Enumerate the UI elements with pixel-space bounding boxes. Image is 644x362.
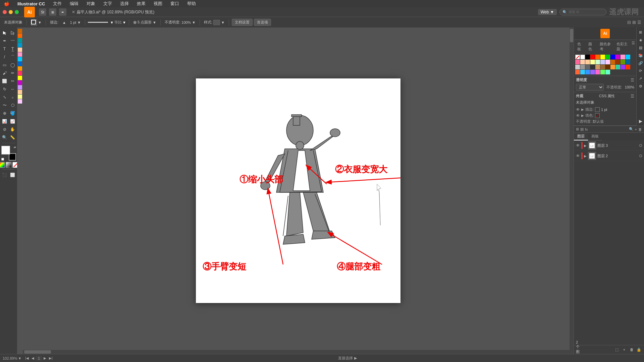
layer3-visibility-icon[interactable]: 👁: [576, 143, 580, 148]
tab-swatch[interactable]: 色板: [575, 41, 585, 52]
scissors-tool[interactable]: ✂: [9, 77, 16, 85]
color-mode[interactable]: [0, 162, 5, 168]
fill-visibility-icon[interactable]: 👁: [576, 113, 580, 118]
swatch-red[interactable]: [590, 55, 595, 59]
web-dropdown[interactable]: Web ▼: [538, 9, 557, 15]
menu-view[interactable]: 视图: [152, 0, 164, 7]
swatch-buff[interactable]: [585, 60, 590, 64]
data-graph-tool[interactable]: 📈: [9, 117, 16, 125]
vscroll-thumb[interactable]: [570, 29, 573, 42]
swatch-pale-yellow[interactable]: [590, 60, 595, 64]
panel-ctrl-del[interactable]: 🗑: [638, 127, 642, 131]
swatch-pink1[interactable]: [18, 52, 22, 57]
swatch-black[interactable]: [585, 55, 590, 59]
measure-tool[interactable]: 📏: [9, 133, 16, 141]
history-icon[interactable]: ⟳: [637, 67, 644, 74]
swatch-cornflower[interactable]: [585, 70, 590, 74]
expand-icon[interactable]: ▶: [637, 118, 644, 124]
hand-tool[interactable]: ✋: [9, 125, 16, 133]
swatch-light-gray[interactable]: [575, 65, 580, 69]
rect-tool[interactable]: ▭: [1, 61, 8, 69]
layer2-visibility-icon[interactable]: 👁: [576, 154, 580, 158]
tab-close-button[interactable]: ✕: [72, 10, 75, 14]
line-tool[interactable]: /: [1, 53, 8, 61]
properties-icon[interactable]: ⊞: [637, 29, 644, 36]
swatch-olive[interactable]: [621, 60, 625, 64]
swatch-saddle[interactable]: [600, 65, 605, 69]
fill-swatch-ap[interactable]: [595, 113, 600, 118]
panel-menu-icon[interactable]: ☰: [637, 20, 641, 25]
blend-mode-select[interactable]: 正常: [576, 84, 604, 90]
swatch-light-yellow[interactable]: [18, 95, 22, 99]
align-icon[interactable]: ⊟: [627, 20, 631, 25]
delete-layer-button[interactable]: 🗑: [629, 347, 635, 353]
paintbrush-tool[interactable]: 🖌: [1, 69, 8, 77]
none-mode[interactable]: [12, 162, 18, 168]
panel-ctrl-fx[interactable]: fx: [585, 127, 588, 131]
transform-icon[interactable]: ⊞: [632, 20, 636, 25]
free-transform-tool[interactable]: ⬡: [9, 101, 16, 109]
swatch-red-pink[interactable]: [18, 71, 22, 75]
last-page-button[interactable]: ▶|: [48, 356, 54, 360]
swatch-purple[interactable]: [615, 55, 620, 59]
layer-3-row[interactable]: 👁 ▶ L3 图层 3: [574, 140, 644, 151]
stroke-style-selector[interactable]: ▼ 等比 ▼: [88, 20, 126, 25]
swatch-peach[interactable]: [580, 60, 585, 64]
hscroll-thumb[interactable]: [24, 350, 51, 354]
swatch-tan[interactable]: [595, 65, 600, 69]
swatch-orange[interactable]: [595, 55, 600, 59]
swatch-yellow-orange[interactable]: [18, 66, 22, 71]
prev-page-button[interactable]: ◀: [31, 356, 35, 360]
tab-color[interactable]: 颜色: [586, 41, 596, 52]
search-box[interactable]: 🔍 搜索 Ai: [559, 9, 606, 15]
menu-help[interactable]: 帮助: [186, 0, 197, 7]
pencil-tool[interactable]: ✏: [9, 69, 16, 77]
tab-artboards[interactable]: 画板: [588, 133, 602, 140]
swatch-pale-pink[interactable]: [605, 60, 610, 64]
panel-ctrl-grid[interactable]: ⊞: [576, 127, 579, 131]
arc-tool[interactable]: ⌒: [9, 53, 16, 61]
zoom-tool[interactable]: 🔍: [1, 133, 8, 141]
menu-object[interactable]: 对象: [85, 0, 97, 7]
icon-layout[interactable]: ⊞: [49, 8, 56, 16]
panel-ctrl-add[interactable]: +: [635, 127, 637, 131]
next-page-button[interactable]: ▶: [43, 356, 47, 360]
normal-screen-mode[interactable]: ⬛: [1, 171, 8, 179]
touch-type-tool[interactable]: T̲: [9, 45, 16, 53]
swatch-white[interactable]: [580, 55, 585, 59]
scale-tool[interactable]: ⤡: [1, 93, 8, 101]
swatch-teal[interactable]: [626, 60, 630, 64]
shape-builder-tool[interactable]: ⊕: [1, 109, 8, 117]
menu-text[interactable]: 文字: [102, 0, 113, 7]
swatch-yellow[interactable]: [600, 55, 605, 59]
swatch-lavender[interactable]: [18, 85, 22, 89]
layer3-target-dot[interactable]: [639, 144, 642, 147]
swatch-medium-gray[interactable]: [580, 65, 585, 69]
appearance-menu-icon[interactable]: ☰: [631, 94, 634, 99]
doc-settings-button[interactable]: 文档设置: [232, 19, 253, 26]
curvature-tool[interactable]: 〰: [9, 37, 16, 45]
tab-color-theme[interactable]: 色彩主题: [614, 41, 630, 52]
swatch-dark-gray[interactable]: [585, 65, 590, 69]
warp-tool[interactable]: 〜: [1, 101, 8, 109]
fill-color[interactable]: [1, 146, 10, 155]
swatch-green[interactable]: [605, 55, 610, 59]
default-colors-icon[interactable]: [1, 158, 4, 161]
icon-brush[interactable]: ✒: [59, 8, 66, 16]
stroke-up-arrow[interactable]: ▲: [61, 20, 67, 25]
type-tool[interactable]: T: [1, 45, 8, 53]
swatch-pale-green[interactable]: [595, 60, 600, 64]
direct-selection-tool[interactable]: [9, 29, 16, 37]
swatch-lime[interactable]: [600, 70, 605, 74]
panel-ctrl-search[interactable]: 🔍: [629, 127, 634, 131]
gradient-mode[interactable]: [6, 162, 12, 168]
apple-menu[interactable]: 🍎: [3, 1, 11, 7]
menu-effect[interactable]: 效果: [136, 0, 147, 7]
swatch-cyan2[interactable]: [626, 55, 630, 59]
swatch-brown[interactable]: [610, 60, 615, 64]
swatch-darker-gray[interactable]: [590, 65, 595, 69]
stroke-visibility-icon[interactable]: 👁: [576, 107, 580, 112]
layer-2-row[interactable]: 👁 ▶ L2 图层 2: [574, 151, 644, 161]
tool-status-expand[interactable]: ▶: [354, 356, 357, 360]
stroke-value[interactable]: 1 pt ▼: [69, 20, 82, 25]
